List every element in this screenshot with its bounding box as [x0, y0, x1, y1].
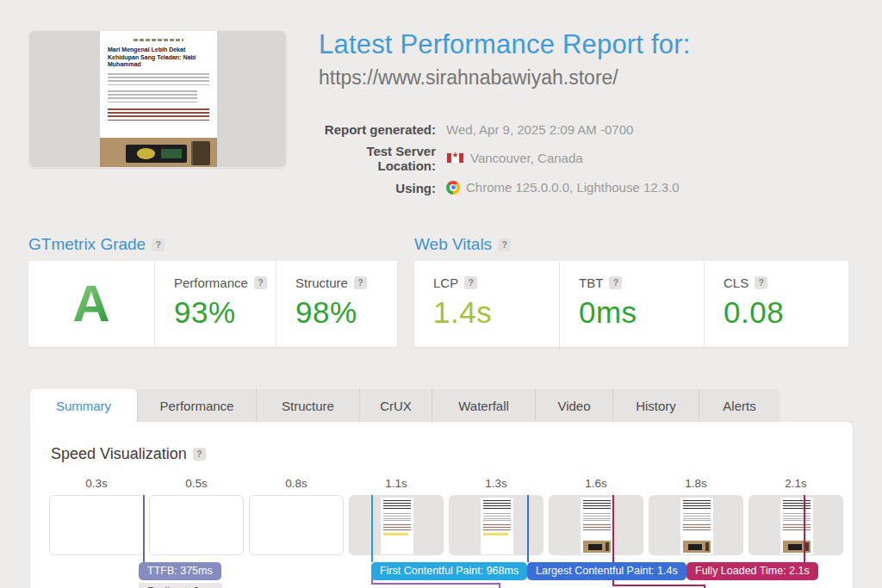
lcp-badge: Largest Contentful Paint: 1.4s	[527, 562, 686, 580]
thumbnail-paragraph	[108, 90, 197, 103]
metric-label: LCP?	[433, 275, 559, 290]
meta-label: Using:	[317, 176, 446, 201]
canada-flag-icon	[446, 152, 464, 164]
thumbnail-paragraph	[108, 108, 209, 123]
metric-label: CLS?	[724, 275, 848, 290]
tab-waterfall[interactable]: Waterfall	[432, 389, 536, 422]
redirect-note: Redirect: 0ms	[139, 583, 222, 588]
filmstrip-frame[interactable]	[649, 495, 743, 555]
tab-summary[interactable]: Summary	[30, 389, 138, 422]
meta-browser-text: Chrome 125.0.0.0, Lighthouse 12.3.0	[466, 180, 680, 195]
fully-loaded-badge: Fully Loaded Time: 2.1s	[686, 562, 818, 580]
cls-cell: CLS? 0.08	[704, 261, 848, 347]
performance-cell: Performance? 93%	[154, 261, 276, 347]
filmstrip-frame[interactable]	[449, 495, 543, 555]
fcp-marker-line	[371, 495, 373, 562]
metric-label: Structure?	[295, 275, 397, 290]
meta-row-using: Using: Chrome 125.0.0.0, Lighthouse 12.3…	[317, 176, 680, 201]
filmstrip-frame[interactable]	[149, 495, 244, 555]
tab-crux[interactable]: CrUX	[360, 389, 432, 422]
web-vitals-title: Web Vitals	[414, 235, 492, 253]
page-thumbnail: Mari Mengenal Lebih Dekat Kehidupan Sang…	[28, 30, 287, 168]
report-tabs: Summary Performance Structure CrUX Water…	[30, 389, 780, 422]
lcp-cell: LCP? 1.4s	[414, 261, 559, 347]
tbt-cell: TBT? 0ms	[559, 261, 704, 347]
speed-visualization-title: Speed Visualization	[51, 445, 187, 462]
help-icon[interactable]: ?	[193, 448, 206, 461]
tab-structure[interactable]: Structure	[257, 389, 360, 422]
tick-label: 0.3s	[49, 477, 144, 490]
thumbnail-photo-object	[126, 145, 187, 163]
summary-panel: Speed Visualization? 0.3s 0.5s 0.8s 1.1s…	[30, 422, 853, 588]
report-url: https://www.sirahnabawiyah.store/	[319, 66, 691, 90]
help-icon[interactable]: ?	[354, 276, 367, 289]
performance-value: 93%	[174, 295, 276, 330]
speed-visualization-heading: Speed Visualization?	[30, 422, 853, 463]
tick-label: 1.1s	[349, 477, 444, 490]
fcp-badge: First Contentful Paint: 968ms	[371, 562, 527, 580]
help-icon[interactable]: ?	[152, 238, 165, 251]
tbt-value: 0ms	[579, 295, 704, 330]
fully-loaded-marker-line	[804, 495, 805, 562]
filmstrip-frame[interactable]	[549, 495, 643, 555]
purple-connector-line	[371, 583, 500, 585]
meta-row-location: Test Server Location: Vancouver, Canada	[317, 140, 680, 176]
filmstrip	[49, 495, 843, 555]
tick-label: 1.8s	[649, 477, 743, 490]
meta-label: Report generated:	[317, 119, 446, 140]
grade-letter: A	[72, 278, 109, 330]
structure-value: 98%	[295, 295, 397, 330]
onload-connector-stub	[704, 585, 705, 588]
help-icon[interactable]: ?	[498, 238, 511, 251]
grade-cell: A	[28, 261, 154, 347]
purple-connector-stub	[499, 583, 500, 588]
web-vitals-card: LCP? 1.4s TBT? 0ms CLS? 0.08	[414, 261, 848, 347]
web-vitals-heading: Web Vitals?	[414, 235, 511, 254]
metric-label: TBT?	[579, 275, 704, 290]
meta-value: Chrome 125.0.0.0, Lighthouse 12.3.0	[446, 176, 680, 201]
tab-history[interactable]: History	[613, 389, 699, 422]
lcp-marker-line	[527, 495, 529, 562]
tab-performance[interactable]: Performance	[138, 389, 257, 422]
help-icon[interactable]: ?	[254, 276, 267, 289]
metric-label: Performance?	[174, 275, 276, 290]
gtmetrix-grade-heading: GTmetrix Grade?	[28, 235, 165, 254]
meta-location-text: Vancouver, Canada	[470, 151, 583, 165]
help-icon[interactable]: ?	[755, 276, 767, 289]
thumbnail-photo-book	[191, 141, 210, 166]
speed-visualization: 0.3s 0.5s 0.8s 1.1s 1.3s 1.6s 1.8s 2.1s	[49, 477, 843, 555]
performance-label: Performance	[174, 275, 248, 290]
cls-label: CLS	[724, 275, 748, 290]
thumbnail-photo	[100, 138, 217, 168]
gtmetrix-grade-card: A Performance? 93% Structure? 98%	[28, 261, 397, 347]
tick-label: 1.3s	[449, 477, 543, 490]
report-meta: Report generated: Wed, Apr 9, 2025 2:09 …	[317, 119, 680, 201]
help-icon[interactable]: ?	[464, 276, 477, 289]
chrome-icon	[446, 181, 460, 195]
ttfb-marker-line	[143, 495, 145, 562]
filmstrip-frame[interactable]	[49, 495, 144, 555]
thumbnail-paragraph	[108, 73, 209, 86]
tab-alerts[interactable]: Alerts	[699, 389, 780, 422]
structure-label: Structure	[295, 275, 348, 290]
meta-value: Vancouver, Canada	[446, 140, 680, 176]
filmstrip-frame[interactable]	[349, 495, 444, 555]
filmstrip-frame[interactable]	[249, 495, 344, 555]
tick-label: 1.6s	[549, 477, 643, 490]
help-icon[interactable]: ?	[609, 276, 622, 289]
tab-video[interactable]: Video	[536, 389, 613, 422]
cls-value: 0.08	[724, 295, 848, 330]
meta-row-generated: Report generated: Wed, Apr 9, 2025 2:09 …	[317, 119, 680, 140]
thumbnail-site-page: Mari Mengenal Lebih Dekat Kehidupan Sang…	[100, 31, 217, 168]
thumbnail-heading: Mari Mengenal Lebih Dekat Kehidupan Sang…	[108, 46, 209, 69]
filmstrip-frame[interactable]	[748, 495, 843, 555]
report-title: Latest Performance Report for:	[319, 29, 691, 60]
tick-label: 0.5s	[149, 477, 244, 490]
ttfb-badge: TTFB: 375ms	[139, 562, 221, 580]
lcp-value: 1.4s	[433, 295, 559, 330]
timeline-ticks: 0.3s 0.5s 0.8s 1.1s 1.3s 1.6s 1.8s 2.1s	[49, 477, 843, 490]
onload-connector-line	[612, 585, 705, 586]
tick-label: 2.1s	[748, 477, 843, 490]
gtmetrix-grade-title: GTmetrix Grade	[28, 235, 146, 253]
tick-label: 0.8s	[249, 477, 344, 490]
